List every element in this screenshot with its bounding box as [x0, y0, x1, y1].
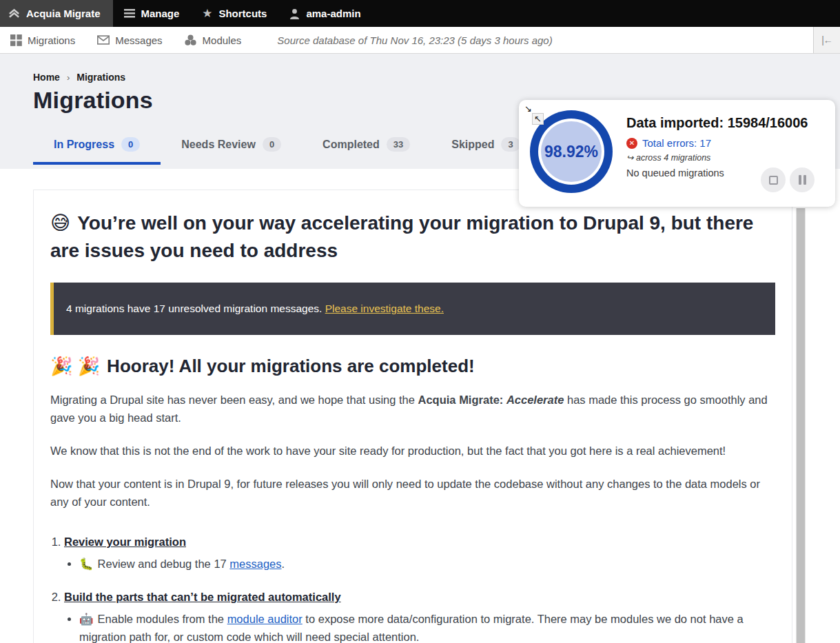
inline-link[interactable]: Build the parts that can’t be migrated a… [64, 591, 341, 603]
stop-icon [769, 176, 778, 185]
collapse-left-icon: |← [821, 34, 832, 45]
envelope-icon [97, 34, 110, 46]
tab-count-badge: 3 [501, 137, 520, 152]
party-popper-emoji: 🎉 🎉 [50, 356, 100, 376]
stop-button[interactable] [761, 167, 786, 192]
text-segment: Migrating a Drupal site has never been e… [50, 394, 418, 406]
messages-label: Messages [115, 34, 162, 46]
paragraph-future: Now that your content is in Drupal 9, fo… [50, 475, 775, 511]
bullet-text: Enable modules from the module auditor t… [79, 613, 744, 643]
step1-sublist: 🐛Review and debug the 17 messages. [79, 555, 775, 573]
text-segment: 4 migrations have 17 unresolved migratio… [66, 303, 325, 314]
total-errors-link[interactable]: Total errors: 17 [642, 137, 711, 149]
toolbar-item-messages[interactable]: Messages [86, 34, 173, 46]
intro-heading: 😅You’re well on your way accelerating yo… [50, 210, 775, 265]
error-icon: ✕ [626, 138, 637, 149]
hooray-heading: 🎉 🎉Hooray! All your migrations are compl… [50, 356, 775, 377]
step2-sublist: 🤖Enable modules from the module auditor … [79, 611, 775, 643]
total-errors-row: ✕ Total errors: 17 [626, 137, 808, 149]
text-segment: Acquia Migrate: [418, 394, 506, 406]
paragraph-achievement: We know that this is not the end of the … [50, 442, 775, 460]
manage-label: Manage [141, 8, 180, 19]
tab-label: In Progress [54, 139, 114, 151]
username-label: ama-admin [306, 8, 360, 19]
admin-item-user[interactable]: ama-admin [278, 0, 371, 27]
tab-completed[interactable]: Completed 33 [302, 128, 431, 165]
hooray-heading-text: Hooray! All your migrations are complete… [107, 356, 475, 376]
text-segment: Enable modules from the [98, 613, 227, 625]
paragraph-intro: Migrating a Drupal site has never been e… [50, 391, 775, 427]
vertical-scrollbar[interactable] [796, 208, 806, 643]
tab-label: Skipped [451, 139, 494, 151]
data-imported-title: Data imported: 15984/16006 [626, 115, 808, 131]
toolbar-item-modules[interactable]: Modules [174, 34, 253, 46]
pause-icon [799, 175, 806, 185]
brand-label: Acquia Migrate [26, 8, 101, 19]
step-title-review: Review your migration [64, 535, 186, 548]
source-database-note: Source database of Thu Nov 16, 23:23 (5 … [277, 34, 552, 46]
toolbar-item-migrations[interactable]: Migrations [0, 34, 86, 46]
breadcrumb: Home › Migrations [33, 72, 807, 83]
hamburger-icon [124, 8, 136, 19]
errors-sub-note: ↪ across 4 migrations [626, 152, 808, 163]
inline-link[interactable]: Please investigate these. [325, 303, 444, 314]
acquia-logo-icon [8, 8, 20, 19]
hook-arrow-icon: ↪ [626, 153, 633, 163]
bullet-text: Review and debug the 17 messages. [98, 558, 285, 570]
next-steps-list: Review your migration 🐛Review and debug … [64, 535, 775, 643]
breadcrumb-home[interactable]: Home [33, 72, 60, 83]
main-content: 😅You’re well on your way accelerating yo… [0, 169, 840, 643]
admin-bar: Acquia Migrate Manage ★ Shortcuts ama-ad… [0, 0, 840, 27]
admin-item-shortcuts[interactable]: ★ Shortcuts [190, 0, 278, 27]
progress-card-buttons [761, 167, 815, 192]
warning-alert: 4 migrations have 17 unresolved migratio… [50, 283, 775, 335]
modules-label: Modules [203, 34, 242, 46]
brand-acquia-migrate[interactable]: Acquia Migrate [0, 0, 113, 27]
sweat-smile-emoji: 😅 [50, 212, 70, 234]
breadcrumb-current: Migrations [76, 72, 125, 83]
modules-icon [185, 34, 197, 46]
tab-count-badge: 0 [121, 137, 140, 152]
inline-link[interactable]: messages [229, 558, 281, 570]
robot-emoji: 🤖 [79, 613, 94, 625]
inline-link[interactable]: Review your migration [64, 535, 186, 548]
list-item: Review your migration 🐛Review and debug … [64, 535, 775, 573]
content-panel: 😅You’re well on your way accelerating yo… [33, 190, 792, 643]
tab-label: Needs Review [181, 139, 256, 151]
breadcrumb-separator: › [67, 72, 70, 83]
bug-emoji: 🐛 [79, 558, 94, 570]
secondary-toolbar: Migrations Messages Modules Source datab… [0, 27, 840, 54]
shortcuts-label: Shortcuts [218, 8, 267, 19]
drag-handle-icon[interactable]: ↖ [532, 113, 544, 125]
progress-card: ↘ ↖ 98.92% Data imported: 15984/16006 ✕ … [519, 100, 835, 207]
step-title-build: Build the parts that can’t be migrated a… [64, 591, 341, 603]
tab-count-badge: 0 [263, 137, 281, 152]
text-segment: Accelerate [506, 394, 564, 406]
tab-label: Completed [322, 139, 380, 151]
grid-icon [10, 34, 22, 46]
alert-text: 4 migrations have 17 unresolved migratio… [66, 303, 444, 314]
list-item: 🐛Review and debug the 17 messages. [79, 555, 775, 573]
progress-percent: 98.92% [544, 143, 598, 161]
toolbar-orientation-toggle[interactable]: |← [813, 27, 840, 53]
list-item: Build the parts that can’t be migrated a… [64, 591, 775, 643]
admin-item-manage[interactable]: Manage [113, 0, 191, 27]
migrations-label: Migrations [28, 34, 75, 46]
pause-button[interactable] [790, 167, 815, 192]
resize-cursor-icon: ↘ [524, 103, 532, 114]
inline-link[interactable]: module auditor [227, 613, 303, 625]
intro-heading-text: You’re well on your way accelerating you… [50, 212, 753, 261]
list-item: 🤖Enable modules from the module auditor … [79, 611, 775, 643]
tab-count-badge: 33 [387, 137, 410, 152]
tab-in-progress[interactable]: In Progress 0 [33, 128, 161, 165]
star-icon: ★ [201, 8, 213, 19]
text-segment: Review and debug the 17 [98, 558, 230, 570]
text-segment: . [282, 558, 285, 570]
user-icon [289, 8, 300, 19]
tab-needs-review[interactable]: Needs Review 0 [161, 128, 302, 165]
